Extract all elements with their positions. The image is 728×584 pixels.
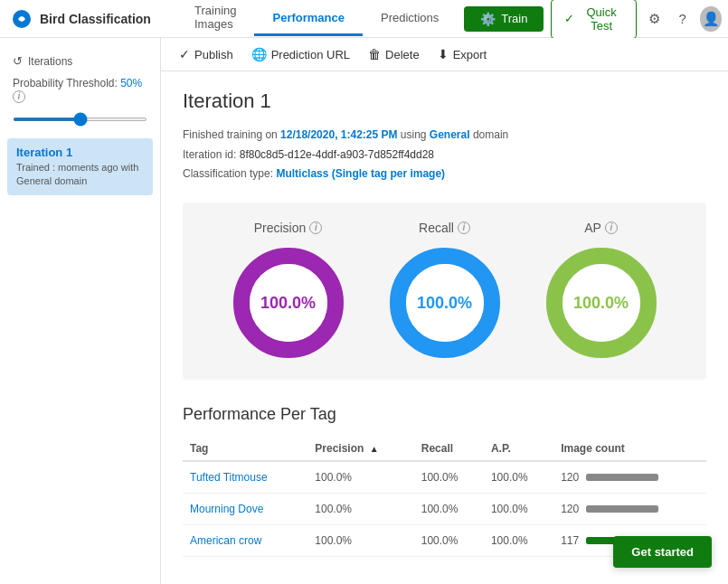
col-header-recall: Recall <box>414 437 484 461</box>
recall-value: 100.0% <box>417 293 472 312</box>
table-row: Tufted Titmouse100.0%100.0%100.0%120 <box>183 461 706 494</box>
meta-line-2: Iteration id: 8f80c8d5-d12e-4ddf-a903-7d… <box>183 146 706 165</box>
export-icon: ⬇ <box>438 47 449 61</box>
recall-info-icon[interactable]: i <box>458 221 470 234</box>
metric-precision: Precision i 100.0% <box>230 221 347 362</box>
quick-test-icon: ✓ <box>564 12 574 25</box>
top-nav: Bird Classification Training Images Perf… <box>0 0 728 38</box>
recall-label: Recall i <box>419 221 470 235</box>
settings-icon[interactable]: ⚙ <box>644 6 665 32</box>
train-icon: ⚙️ <box>480 12 496 26</box>
probability-slider-container <box>13 107 147 127</box>
iteration-1-title: Iteration 1 <box>16 146 144 159</box>
image-count-bar <box>586 505 658 513</box>
content-body: Iteration 1 Finished training on 12/18/2… <box>161 71 728 575</box>
col-header-tag: Tag <box>183 437 307 461</box>
image-count-value: 117 <box>561 534 579 547</box>
col-header-precision[interactable]: Precision ▲ <box>307 437 413 461</box>
col-header-ap: A.P. <box>484 437 553 461</box>
image-count-value: 120 <box>561 503 579 515</box>
iterations-icon: ↺ <box>13 54 23 68</box>
get-started-button[interactable]: Get started <box>613 536 712 568</box>
publish-icon: ✓ <box>179 47 190 61</box>
iteration-1-item[interactable]: Iteration 1 Trained : moments ago with G… <box>7 138 153 196</box>
meta-domain: General <box>430 128 470 141</box>
content-toolbar: ✓ Publish 🌐 Prediction URL 🗑 Delete ⬇ Ex… <box>161 38 728 71</box>
precision-label: Precision i <box>254 221 323 235</box>
content-area: ✓ Publish 🌐 Prediction URL 🗑 Delete ⬇ Ex… <box>161 38 728 584</box>
table-row: Mourning Dove100.0%100.0%100.0%120 <box>183 494 706 525</box>
meta-iteration-id: 8f80c8d5-d12e-4ddf-a903-7d852ff4dd28 <box>240 148 434 161</box>
prediction-url-button[interactable]: 🌐 Prediction URL <box>251 45 350 63</box>
iterations-section-label: ↺ Iterations <box>0 49 160 73</box>
precision-cell: 100.0% <box>307 494 413 525</box>
tag-cell[interactable]: Mourning Dove <box>183 494 307 525</box>
perf-per-tag-title: Performance Per Tag <box>183 405 706 424</box>
metrics-section: Precision i 100.0% Re <box>183 203 706 380</box>
precision-donut: 100.0% <box>230 244 347 362</box>
recall-cell: 100.0% <box>414 525 484 557</box>
iteration-meta: Finished training on 12/18/2020, 1:42:25… <box>183 126 706 184</box>
app-logo-icon <box>11 8 33 30</box>
ap-value: 100.0% <box>573 293 629 312</box>
probability-info-icon[interactable]: i <box>13 90 25 103</box>
image-count-cell: 120 <box>553 494 706 525</box>
metric-ap: AP i 100.0% <box>543 221 660 362</box>
main-layout: ↺ Iterations Probability Threshold: 50% … <box>0 38 728 584</box>
recall-donut: 100.0% <box>386 244 504 362</box>
table-header: Tag Precision ▲ Recall A.P. Image count <box>183 437 706 461</box>
ap-donut: 100.0% <box>543 244 660 362</box>
meta-classification-type: Multiclass (Single tag per image) <box>276 167 445 180</box>
probability-value: 50% <box>120 77 142 89</box>
tab-training-images[interactable]: Training Images <box>176 0 254 42</box>
probability-threshold-row: Probability Threshold: 50% i <box>0 73 160 135</box>
iteration-1-subtitle: Trained : moments ago with General domai… <box>16 161 144 189</box>
prediction-url-icon: 🌐 <box>251 47 267 61</box>
logo-area: Bird Classification <box>11 8 169 30</box>
meta-date: 12/18/2020, 1:42:25 PM <box>280 128 397 141</box>
publish-button[interactable]: ✓ Publish <box>179 45 233 63</box>
nav-tabs: Training Images Performance Predictions <box>176 0 457 42</box>
probability-slider[interactable] <box>13 118 147 121</box>
ap-label: AP i <box>584 221 618 235</box>
image-count-bar-fill <box>586 505 658 513</box>
nav-actions: ⚙️ Train ✓ Quick Test ⚙ ? 👤 <box>464 0 721 39</box>
quick-test-button[interactable]: ✓ Quick Test <box>551 0 636 39</box>
ap-cell: 100.0% <box>484 494 553 525</box>
ap-cell: 100.0% <box>484 461 553 494</box>
tab-predictions[interactable]: Predictions <box>363 2 457 36</box>
tag-cell[interactable]: American crow <box>183 525 307 557</box>
export-button[interactable]: ⬇ Export <box>438 45 487 63</box>
sidebar: ↺ Iterations Probability Threshold: 50% … <box>0 38 161 584</box>
precision-cell: 100.0% <box>307 461 413 494</box>
train-button[interactable]: ⚙️ Train <box>464 6 544 32</box>
metric-recall: Recall i 100.0% <box>386 221 504 362</box>
tag-cell[interactable]: Tufted Titmouse <box>183 461 307 494</box>
image-count-bar-fill <box>586 474 658 481</box>
ap-cell: 100.0% <box>484 525 553 557</box>
meta-line-3: Classification type: Multiclass (Single … <box>183 165 706 184</box>
precision-cell: 100.0% <box>307 525 413 557</box>
image-count-cell: 120 <box>553 462 706 494</box>
tab-performance[interactable]: Performance <box>254 2 362 36</box>
image-count-bar <box>586 474 658 481</box>
user-avatar[interactable]: 👤 <box>700 6 721 32</box>
iteration-title: Iteration 1 <box>183 89 706 113</box>
delete-button[interactable]: 🗑 Delete <box>368 45 420 63</box>
ap-info-icon[interactable]: i <box>605 221 618 234</box>
help-icon[interactable]: ? <box>672 6 693 32</box>
probability-label: Probability Threshold: 50% i <box>13 77 147 103</box>
app-title: Bird Classification <box>40 12 151 26</box>
precision-sort-icon: ▲ <box>370 444 379 454</box>
meta-line-1: Finished training on 12/18/2020, 1:42:25… <box>183 126 706 146</box>
precision-info-icon[interactable]: i <box>309 221 322 234</box>
recall-cell: 100.0% <box>414 461 484 494</box>
delete-icon: 🗑 <box>368 47 381 61</box>
col-header-image-count: Image count <box>553 437 706 461</box>
recall-cell: 100.0% <box>414 494 484 525</box>
image-count-value: 120 <box>561 471 579 484</box>
precision-value: 100.0% <box>260 293 316 312</box>
